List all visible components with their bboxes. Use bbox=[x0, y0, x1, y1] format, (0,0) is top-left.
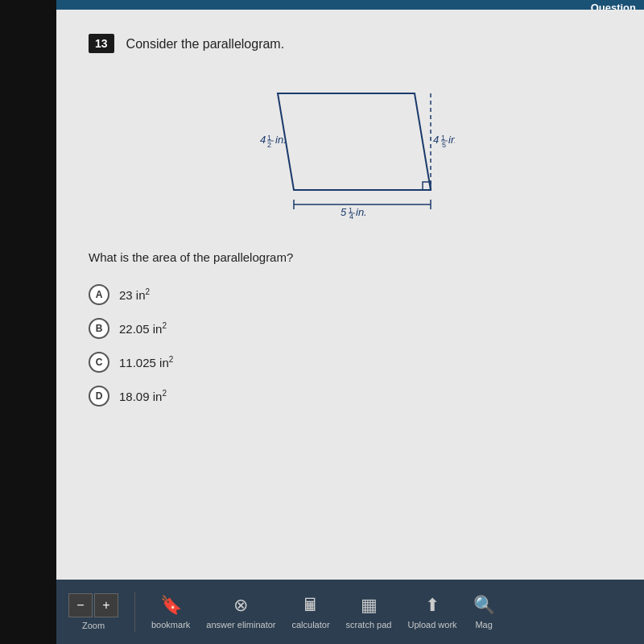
svg-text:5: 5 bbox=[341, 206, 347, 218]
separator-1 bbox=[134, 592, 135, 632]
left-dark-bar bbox=[0, 0, 56, 644]
choice-d[interactable]: D 18.09 in2 bbox=[89, 386, 612, 407]
scratch-pad-label: scratch pad bbox=[346, 620, 392, 630]
zoom-plus-button[interactable]: + bbox=[94, 593, 118, 617]
bookmark-label: bookmark bbox=[151, 620, 190, 630]
answer-eliminator-icon: ⊗ bbox=[233, 595, 248, 616]
magnifier-label: Mag bbox=[475, 620, 492, 630]
answer-eliminator-label: answer eliminator bbox=[206, 620, 275, 630]
scratch-pad-item[interactable]: ▦ scratch pad bbox=[346, 595, 392, 630]
choice-b-circle: B bbox=[89, 318, 109, 339]
magnifier-item[interactable]: 🔍 Mag bbox=[473, 595, 495, 630]
bottom-toolbar: − + Zoom 🔖 bookmark ⊗ answer eliminator … bbox=[56, 580, 644, 644]
svg-text:5: 5 bbox=[442, 141, 446, 149]
scratch-pad-icon: ▦ bbox=[361, 595, 378, 616]
calculator-item[interactable]: 🖩 calculator bbox=[292, 595, 330, 630]
calculator-label: calculator bbox=[292, 620, 330, 630]
choice-c-text: 11.025 in2 bbox=[119, 355, 173, 369]
zoom-group: − + Zoom bbox=[68, 593, 118, 630]
choice-d-text: 18.09 in2 bbox=[119, 389, 167, 403]
zoom-controls: − + bbox=[68, 593, 118, 617]
zoom-minus-button[interactable]: − bbox=[68, 593, 93, 617]
choice-a-circle: A bbox=[89, 284, 109, 305]
parallelogram-diagram: 4 1 2 in. 4 1 5 in. 5 1 4 in. bbox=[246, 69, 455, 230]
content-area: 13 Consider the parallelogram. 4 bbox=[56, 10, 644, 580]
svg-text:in.: in. bbox=[448, 134, 455, 146]
upload-work-icon: ⬆ bbox=[425, 595, 440, 616]
upload-work-item[interactable]: ⬆ Upload work bbox=[407, 595, 456, 630]
svg-text:4: 4 bbox=[349, 213, 353, 221]
choice-d-circle: D bbox=[89, 386, 109, 407]
question-header: 13 Consider the parallelogram. bbox=[89, 34, 612, 53]
choice-a-text: 23 in2 bbox=[119, 287, 150, 302]
bookmark-item[interactable]: 🔖 bookmark bbox=[151, 595, 190, 630]
diagram-container: 4 1 2 in. 4 1 5 in. 5 1 4 in. bbox=[89, 69, 612, 230]
answer-choices: A 23 in2 B 22.05 in2 C 11.025 in2 D 18.0… bbox=[89, 284, 612, 407]
top-bar: Question bbox=[56, 0, 644, 10]
svg-marker-0 bbox=[278, 93, 431, 190]
choice-b[interactable]: B 22.05 in2 bbox=[89, 318, 612, 339]
svg-text:2: 2 bbox=[267, 141, 271, 149]
calculator-icon: 🖩 bbox=[302, 595, 320, 616]
choice-a[interactable]: A 23 in2 bbox=[89, 284, 612, 305]
svg-text:in.: in. bbox=[275, 134, 287, 146]
screen: Question 13 Consider the parallelogram. bbox=[56, 0, 644, 644]
upload-work-label: Upload work bbox=[407, 620, 456, 630]
area-question: What is the area of the parallelogram? bbox=[89, 250, 612, 264]
question-number: 13 bbox=[89, 34, 114, 53]
svg-text:in.: in. bbox=[356, 206, 367, 218]
choice-c-circle: C bbox=[89, 352, 109, 373]
choice-c[interactable]: C 11.025 in2 bbox=[89, 352, 612, 373]
question-text: Consider the parallelogram. bbox=[126, 34, 285, 52]
zoom-label: Zoom bbox=[82, 621, 105, 630]
answer-eliminator-item[interactable]: ⊗ answer eliminator bbox=[206, 595, 275, 630]
svg-text:4: 4 bbox=[433, 134, 439, 146]
svg-text:4: 4 bbox=[260, 134, 266, 146]
choice-b-text: 22.05 in2 bbox=[119, 321, 167, 336]
magnifier-icon: 🔍 bbox=[473, 595, 495, 616]
bookmark-icon: 🔖 bbox=[160, 595, 182, 616]
